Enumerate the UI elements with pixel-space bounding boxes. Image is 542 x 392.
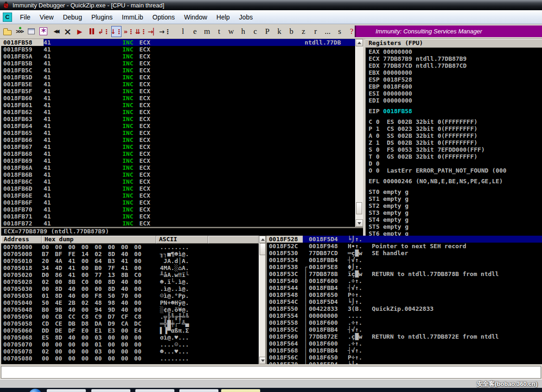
dump-row[interactable]: 0070502802 00 8B C0 00 8D 40 00☻.ï└.ì@. <box>1 278 259 285</box>
menu-item-debug[interactable]: Debug <box>58 12 87 23</box>
windows-list-icon[interactable] <box>27 26 36 37</box>
menu-item-view[interactable]: View <box>35 12 58 23</box>
cpu-window-icon[interactable]: C <box>3 13 12 22</box>
disasm-row[interactable]: 0018FB5C41INCECX <box>1 67 355 74</box>
stack-row[interactable]: 0018F560│77DB872E.ç█wRETURN to ntdll.77D… <box>267 333 542 340</box>
toolbar-letter-button[interactable]: k <box>275 27 283 36</box>
disasm-row[interactable]: 0018FB5E41INCECX <box>1 81 355 88</box>
toolbar-letter-button[interactable]: ... <box>324 27 332 36</box>
disasm-row[interactable]: 0018FB6241INCECX <box>1 109 355 116</box>
dump-row[interactable]: 0070501834 4D 41 00 B0 7F 41 004MA.░⌂A. <box>1 264 259 271</box>
disassembly-pane[interactable]: 0018FB5841INCECXntdll.77DB0018FB5941INCE… <box>1 39 355 227</box>
disasm-row[interactable]: 0018FB5941INCECX <box>1 46 355 53</box>
dump-row[interactable]: 00705058CD CE DB D8 DA D9 CA DC═╬█╪┌┘╩▄ <box>1 320 259 327</box>
toolbar-letter-button[interactable]: c <box>251 27 259 36</box>
disasm-row[interactable]: 0018FB6341INCECX <box>1 116 355 122</box>
scrollbar-thumb[interactable] <box>356 202 362 214</box>
dump-row[interactable]: 0070503801 8D 40 00 F8 50 70 00☺ì@.°Pp. <box>1 292 259 299</box>
toolbar-letter-button[interactable]: l <box>179 27 187 36</box>
scroll-down-icon[interactable] <box>356 219 363 227</box>
stack-row[interactable]: 0018F538┌0018F5E8Φ⌡↑. <box>267 263 542 270</box>
disasm-row[interactable]: 0018FB6541INCECX <box>1 129 355 136</box>
dump-row[interactable]: 0070507000 00 00 00 01 00 00 00....☺... <box>1 341 259 348</box>
stack-row[interactable]: 0018F558│0018F600.÷↑. <box>267 319 542 326</box>
toolbar-letter-button[interactable]: t <box>215 27 223 36</box>
stack-row[interactable]: 0018F564│0018F600.÷↑. <box>267 340 542 347</box>
pause-icon[interactable] <box>87 26 96 37</box>
toolbar-letter-button[interactable]: h <box>239 27 247 36</box>
taskbar-button[interactable] <box>221 389 261 392</box>
run-icon[interactable]: ▶ <box>75 26 84 37</box>
scroll-down-icon[interactable] <box>259 357 265 364</box>
scrollbar-thumb[interactable] <box>260 243 265 255</box>
disasm-row[interactable]: 0018FB6B41INCECX <box>1 171 355 178</box>
memory-dump-pane[interactable]: AddressHex dumpASCII 0070500000 00 00 00… <box>1 236 265 364</box>
dump-row[interactable]: 00705008B7 BF FE 14 02 8D 40 00╖┐■¶☻ì@. <box>1 251 259 257</box>
disasm-row[interactable]: 0018FB5A41INCECX <box>1 53 355 60</box>
menu-item-plugins[interactable]: Plugins <box>87 12 117 23</box>
stack-row[interactable]: 0018F53077DB87CD═ç█wSE handler <box>267 250 542 257</box>
disasm-row[interactable]: 0018FB6141INCECX <box>1 102 355 109</box>
rewind-icon[interactable]: ◀◀ <box>51 26 60 37</box>
disasm-row[interactable]: 0018FB6E41INCECX <box>1 192 355 199</box>
stack-row[interactable]: 0018F5280018F5D4╘⌡↑. <box>267 236 542 243</box>
step-into-icon[interactable]: ↲⋮ <box>99 26 108 37</box>
disasm-row[interactable]: 0018FB6741INCECX <box>1 143 355 150</box>
dump-scrollbar[interactable] <box>259 236 265 364</box>
disasm-row[interactable]: 0018FB6D41INCECX <box>1 185 355 192</box>
titlebar[interactable]: Immunity Debugger - QuickZip.exe - [CPU … <box>0 0 542 10</box>
toolbar-letter-button[interactable]: z <box>300 27 307 36</box>
stack-row[interactable]: 0018F52C0018F948H∙↑.Pointer to next SEH … <box>267 243 542 250</box>
execute-till-user-icon[interactable]: →⋮ <box>160 26 170 37</box>
animate-into-icon[interactable]: »⋮ <box>124 26 134 37</box>
disasm-row[interactable]: 0018FB6641INCECX <box>1 136 355 143</box>
stack-row[interactable]: 0018F568│0018FBB4┤√↑. <box>267 347 542 354</box>
disasm-row[interactable]: 0018FB6041INCECX <box>1 95 355 102</box>
dump-row[interactable]: 0070503000 8D 40 00 00 8D 40 00.ì@..ì@. <box>1 285 259 292</box>
open-file-icon[interactable] <box>3 26 12 37</box>
disasm-row[interactable]: 0018FB5841INCECXntdll.77DB <box>1 39 355 46</box>
taskbar-button[interactable] <box>179 389 219 392</box>
disasm-row[interactable]: 0018FB6941INCECX <box>1 157 355 164</box>
execute-till-return-icon[interactable]: →▏ <box>148 26 158 37</box>
dump-row[interactable]: 0070500000 00 00 00 00 00 00 00........ <box>1 244 259 251</box>
toolbar-letter-button[interactable]: w <box>227 27 235 36</box>
disasm-row[interactable]: 0018FB7041INCECX <box>1 206 355 213</box>
disasm-row[interactable]: 0018FB5F41INCECX <box>1 88 355 95</box>
step-over-icon[interactable]: ↓⋮ <box>111 26 121 37</box>
registers-pane[interactable]: Registers (FPU) EAX 00000000ECX 77DB87B9… <box>365 39 542 236</box>
stack-row[interactable]: 0018F540│0018F600.÷↑. <box>267 277 542 284</box>
stack-row[interactable]: 0018F53C│77DB878Bïç█wRETURN to ntdll.77D… <box>267 270 542 277</box>
command-input[interactable] <box>1 366 541 379</box>
taskbar-button[interactable] <box>46 389 86 392</box>
stack-row[interactable]: 0018F554│00000000.... <box>267 312 542 319</box>
menu-item-jobs[interactable]: Jobs <box>235 12 258 23</box>
disasm-row[interactable]: 0018FB7141INCECX <box>1 213 355 220</box>
dump-row[interactable]: 00705048B0 9B 40 00 94 9D 40 00░¢@.ö¥@. <box>1 306 259 313</box>
toolbar-letter-button[interactable]: s <box>336 27 344 36</box>
stack-row[interactable]: 0018F55C│0018FBB4┤√↑. <box>267 326 542 333</box>
stack-row[interactable]: 0018F548│0018F650P÷↑. <box>267 291 542 298</box>
disasm-row[interactable]: 0018FB6C41INCECX <box>1 178 355 185</box>
menu-item-options[interactable]: Options <box>148 12 179 23</box>
animate-over-icon[interactable]: ⇊⋮ <box>136 26 146 37</box>
dump-row[interactable]: 0070504050 4E 2B 02 48 98 40 00PN+☻Hÿ@. <box>1 299 259 306</box>
disasm-row[interactable]: 0018FB7241INCECX <box>1 220 355 227</box>
menu-item-file[interactable]: File <box>15 12 35 23</box>
stack-row[interactable]: 0018F5340018FBB4┤√↑. <box>267 257 542 263</box>
plugins-icon[interactable]: * <box>39 26 48 37</box>
stack-row[interactable]: 0018F550│004228333(B.QuickZip.00422833 <box>267 305 542 312</box>
toolbar-letter-button[interactable]: P <box>263 27 271 36</box>
dump-row[interactable]: 0070505000 CB CC C8 C9 D7 CF C8.╦╠╚╔╫╧╚ <box>1 313 259 320</box>
menu-item-help[interactable]: Help <box>212 12 235 23</box>
stack-row[interactable]: 0018F544│0018FBB4┤√↑. <box>267 284 542 291</box>
restart-icon[interactable]: >>> <box>15 26 24 37</box>
disasm-row[interactable]: 0018FB5B41INCECX <box>1 60 355 67</box>
disasm-row[interactable]: 0018FB6841INCECX <box>1 150 355 157</box>
dump-row[interactable]: 00705060DD DE DF E0 E1 E3 00 E4▌▐▀αßπ.Σ <box>1 327 259 334</box>
toolbar-letter-button[interactable]: e <box>191 27 199 36</box>
toolbar-letter-button[interactable]: b <box>287 27 295 36</box>
stack-row[interactable]: 0018F54C│0018F5D4╘⌡↑. <box>267 298 542 305</box>
close-program-icon[interactable]: × <box>63 26 72 37</box>
taskbar-button[interactable] <box>91 389 131 392</box>
